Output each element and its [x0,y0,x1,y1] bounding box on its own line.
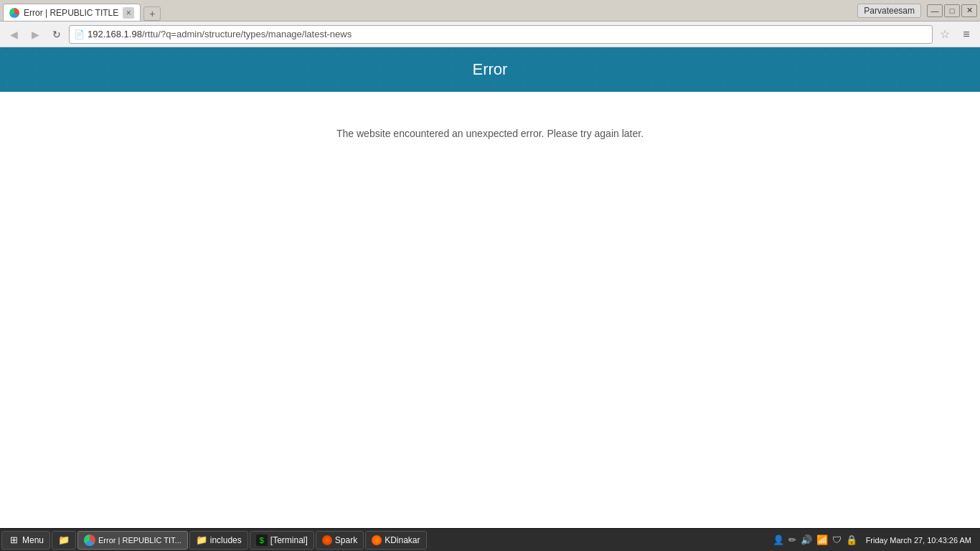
close-button[interactable]: ✕ [961,4,977,17]
title-bar: Error | REPUBLIC TITLE × + Parvateesam —… [0,0,980,22]
taskbar-kdinakar-button[interactable]: KDinakar [365,531,426,550]
taskbar-terminal-label: [Terminal] [270,535,308,545]
kdinakar-icon [372,535,382,545]
back-button[interactable]: ◀ [4,25,23,44]
tray-icons: 👤 ✏ 🔊 📶 🛡 🔒 [771,534,859,545]
error-body: The website encountered an unexpected er… [0,92,980,528]
error-message: The website encountered an unexpected er… [336,128,644,139]
browser-menu-button[interactable]: ≡ [957,25,976,44]
taskbar-spark-button[interactable]: Spark [316,531,364,550]
folder-icon: 📁 [196,534,207,546]
taskbar-kdinakar-label: KDinakar [385,535,420,545]
shield-icon: 🛡 [831,534,843,545]
taskbar-includes-button[interactable]: 📁 includes [189,531,248,550]
user-icon: 👤 [771,534,786,545]
minimize-button[interactable]: — [927,4,943,17]
spark-icon [322,535,332,545]
terminal-icon: $ [256,534,268,546]
user-badge: Parvateesam [857,4,921,18]
tab-close-button[interactable]: × [123,7,134,19]
tab-favicon-icon [9,8,19,18]
taskbar-browser-label: Error | REPUBLIC TIT... [98,536,182,545]
maximize-button[interactable]: □ [944,4,960,17]
taskbar-clock: Friday March 27, 10:43:26 AM [862,536,976,545]
browser-window: Error | REPUBLIC TITLE × + Parvateesam —… [0,0,980,551]
taskbar-spark-label: Spark [335,535,357,545]
network-icon: 📶 [815,534,829,545]
navigation-bar: ◀ ▶ ↻ 📄 192.168.1.98/rttu/?q=admin/struc… [0,22,980,47]
taskbar-menu-button[interactable]: ⊞ Menu [1,531,50,550]
new-tab-button[interactable]: + [143,6,161,21]
taskbar: ⊞ Menu 📁 Error | REPUBLIC TIT... 📁 inclu… [0,528,980,551]
reload-button[interactable]: ↻ [47,25,66,44]
forward-button[interactable]: ▶ [26,25,44,44]
taskbar-browser-button[interactable]: Error | REPUBLIC TIT... [77,531,188,550]
taskbar-includes-label: includes [210,535,242,545]
files-icon: 📁 [58,534,70,546]
pencil-icon: ✏ [787,534,798,545]
tab-label: Error | REPUBLIC TITLE [24,8,118,18]
page-content: Error The website encountered an unexpec… [0,47,980,528]
firefox-icon [84,534,95,546]
address-path: /rttu/?q=admin/structure/types/manage/la… [142,29,352,39]
speaker-icon: 🔊 [799,534,814,545]
taskbar-tray: 👤 ✏ 🔊 📶 🛡 🔒 Friday March 27, 10:43:26 AM [771,534,979,545]
menu-icon: ⊞ [8,534,19,546]
address-text: 192.168.1.98/rttu/?q=admin/structure/typ… [88,29,928,39]
bookmark-button[interactable]: ☆ [936,25,954,44]
address-host: 192.168.1.98 [88,29,142,39]
shield2-icon: 🔒 [844,534,859,545]
taskbar-files-button[interactable]: 📁 [52,531,76,550]
taskbar-menu-label: Menu [22,535,44,545]
active-tab[interactable]: Error | REPUBLIC TITLE × [3,4,141,21]
site-header: Error [0,47,980,92]
window-controls: Parvateesam — □ ✕ [857,4,977,18]
taskbar-terminal-button[interactable]: $ [Terminal] [250,531,314,550]
address-bar[interactable]: 📄 192.168.1.98/rttu/?q=admin/structure/t… [69,25,933,44]
page-title: Error [0,60,980,79]
page-icon: 📄 [74,29,85,39]
tab-bar: Error | REPUBLIC TITLE × + [3,0,161,21]
